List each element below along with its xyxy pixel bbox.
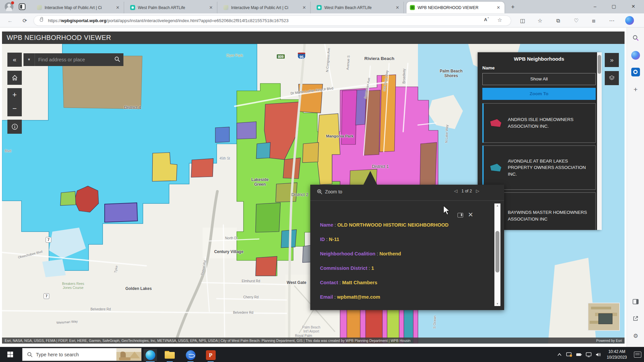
zoom-in-button[interactable]: +: [7, 88, 22, 102]
info-button[interactable]: [7, 120, 22, 134]
tray-speaker-icon[interactable]: [595, 351, 602, 358]
read-aloud-icon[interactable]: A⌃: [484, 17, 489, 22]
browser-essentials-icon[interactable]: ♡: [572, 17, 580, 25]
page-title: WPB NEIGHBORHOOD VIEWER: [2, 32, 625, 44]
tab-close-icon[interactable]: ✕: [395, 5, 400, 10]
sidebar-settings-gear-icon[interactable]: ⚙: [631, 332, 640, 341]
popup-scrollbar-thumb[interactable]: [495, 231, 499, 273]
address-bar[interactable]: https://wpbgisportal.wpb.org/portal/apps…: [34, 15, 511, 26]
split-screen-icon[interactable]: ◫: [519, 17, 527, 25]
taskbar-powerpoint-icon[interactable]: [204, 349, 217, 361]
expand-panel-button[interactable]: »: [605, 53, 619, 67]
copilot-icon[interactable]: [625, 16, 634, 25]
mouse-cursor: [443, 205, 451, 215]
window-maximize-button[interactable]: ▢: [605, 0, 623, 13]
field-value: Matt Chambers: [342, 280, 377, 285]
favorites-bar-icon[interactable]: ☆: [536, 17, 544, 25]
clock-date: 10/23/2023: [605, 355, 629, 360]
start-button[interactable]: [7, 352, 13, 357]
map-search-box[interactable]: ▼ Find address or place: [23, 53, 123, 66]
field-value: OLD NORTHWOOD HISTORIC NEIGHBORHOOD: [337, 222, 449, 228]
popup-close-icon[interactable]: ✕: [468, 211, 473, 219]
taskbar-search[interactable]: Type here to search: [22, 348, 142, 361]
show-all-button[interactable]: Show All: [482, 73, 596, 85]
url-text[interactable]: https://wpbgisportal.wpb.org/portal/apps…: [48, 16, 288, 25]
panel-scrollbar[interactable]: [597, 52, 602, 230]
popup-dock-icon[interactable]: [458, 213, 463, 218]
neighborhood-list-item[interactable]: AVONDALE AT BEAR LAKES PROPERTY OWNERS A…: [482, 145, 596, 190]
attribution-text: Esri, NASA, NGA, USGS, FEMA | FDEP, Esri…: [5, 338, 592, 344]
collections-icon[interactable]: ⧉: [554, 17, 562, 25]
sidebar-copilot-icon[interactable]: [631, 51, 640, 60]
settings-menu-icon[interactable]: ⋯: [608, 17, 616, 25]
layers-icon[interactable]: [605, 71, 619, 85]
collapse-toolbar-button[interactable]: «: [7, 53, 22, 67]
field-value: Northend: [379, 251, 401, 256]
browser-tab[interactable]: West Palm Beach ARTLife✕: [313, 2, 404, 13]
lock-icon: [40, 19, 43, 21]
taskbar-file-explorer-icon[interactable]: [163, 349, 176, 361]
windows-taskbar: Type here to search 10:42 AM 10/23/2023: [0, 347, 644, 362]
taskbar-edge-icon[interactable]: [144, 349, 157, 361]
scroll-up-icon[interactable]: ▲: [494, 204, 500, 207]
search-highlight-image[interactable]: [116, 348, 141, 361]
panel-scrollbar-thumb[interactable]: [598, 55, 601, 74]
window-minimize-button[interactable]: –: [586, 0, 604, 13]
pager-next-icon[interactable]: ▷: [476, 188, 479, 193]
taskbar-app-icon[interactable]: [184, 349, 197, 361]
tray-display-icon[interactable]: [585, 351, 592, 358]
sidebar-external-link-icon[interactable]: [631, 315, 640, 324]
profile-avatar[interactable]: [5, 2, 13, 11]
sidebar-add-icon[interactable]: +: [631, 85, 640, 94]
overview-minimap[interactable]: [588, 303, 620, 331]
clock-time: 10:42 AM: [605, 349, 629, 354]
feature-popup: Zoom to ◁ 1 of 2 ▷ ✕ Name : OLD NORTHWOO…: [310, 185, 504, 310]
tab-title: WPB NEIGHBORHOOD VIEWER: [418, 5, 493, 10]
notification-center-icon[interactable]: [634, 352, 641, 358]
neighborhood-name: AVONDALE AT BEAR LAKES PROPERTY OWNERS A…: [508, 158, 593, 178]
taskbar-clock[interactable]: 10:42 AM 10/23/2023: [605, 349, 629, 360]
home-button[interactable]: [7, 71, 22, 85]
sidebar-panel-icon[interactable]: [631, 298, 640, 307]
tab-close-icon[interactable]: ✕: [302, 5, 307, 10]
tab-close-icon[interactable]: ✕: [496, 5, 501, 10]
browser-tab[interactable]: West Palm Beach ARTLife✕: [127, 2, 217, 13]
tab-favicon: [37, 5, 42, 10]
popup-field-row: Name : OLD NORTHWOOD HISTORIC NEIGHBORHO…: [320, 222, 448, 237]
scroll-down-icon[interactable]: ▼: [494, 302, 500, 305]
browser-tab[interactable]: WPB NEIGHBORHOOD VIEWER✕: [407, 2, 504, 13]
sidebar-apps-icon[interactable]: ⧈: [590, 17, 598, 25]
tab-favicon: [317, 5, 322, 10]
field-value: 1: [371, 265, 374, 271]
map-canvas[interactable]: Dyer ParkRiviera BeachPalm Beach ShoresD…: [2, 44, 625, 344]
search-dropdown-icon[interactable]: ▼: [23, 53, 35, 66]
tab-title: West Palm Beach ARTLife: [138, 5, 206, 10]
tray-battery-icon[interactable]: [576, 351, 582, 358]
refresh-icon[interactable]: ⟳: [21, 17, 29, 25]
favorite-star-icon[interactable]: ☆: [497, 17, 502, 23]
popup-pager: ◁ 1 of 2 ▷: [454, 188, 479, 193]
tray-screen-icon[interactable]: [566, 351, 573, 358]
map-search-placeholder: Find address or place: [35, 57, 111, 62]
zoom-out-button[interactable]: −: [7, 102, 22, 116]
tab-workspaces-icon[interactable]: [19, 3, 25, 10]
tab-close-icon[interactable]: ✕: [208, 5, 214, 10]
browser-tab[interactable]: Interactive Map of Public Art | Ci✕: [34, 2, 124, 13]
new-tab-button[interactable]: +: [508, 3, 517, 12]
tab-favicon: [130, 5, 135, 10]
sidebar-search-icon[interactable]: [631, 35, 640, 44]
zoom-to-button[interactable]: Zoom To: [482, 88, 596, 100]
tray-chevron-icon[interactable]: [556, 351, 563, 358]
neighborhood-list-item[interactable]: ANDROS ISLE HOMEOWNERS ASSOCIATION INC.: [482, 103, 596, 143]
panel-title: WPB Neighborhoods: [478, 52, 600, 62]
powered-by-esri: Powered by Esri: [592, 338, 622, 344]
popup-scrollbar[interactable]: ▲ ▼: [494, 203, 500, 306]
browser-tab[interactable]: Interactive Map of Public Art | Ci✕: [220, 2, 311, 13]
search-icon[interactable]: [111, 56, 123, 63]
window-close-button[interactable]: ✕: [625, 0, 642, 13]
pager-prev-icon[interactable]: ◁: [454, 188, 458, 193]
tab-close-icon[interactable]: ✕: [115, 5, 120, 10]
popup-zoom-to[interactable]: Zoom to: [317, 189, 342, 194]
back-icon[interactable]: ←: [6, 17, 14, 25]
sidebar-outlook-icon[interactable]: [631, 68, 640, 76]
